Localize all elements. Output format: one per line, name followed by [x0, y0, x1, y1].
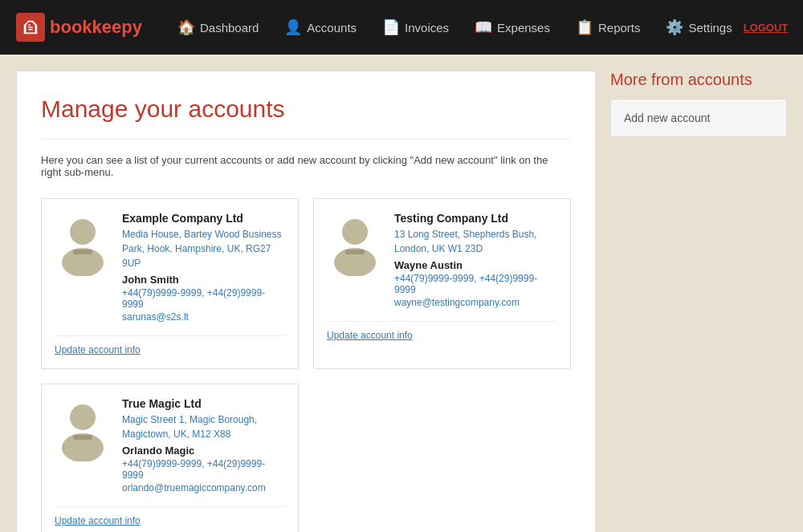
account-card-1: Testing Company Ltd 13 Long Street, Shep… — [313, 198, 571, 369]
contact-phone-2: +44(79)9999-9999, +44(29)9999-9999 — [122, 458, 285, 481]
company-name-0: Example Company Ltd — [122, 212, 285, 225]
account-card-inner-0: Example Company Ltd Media House, Bartey … — [55, 212, 285, 323]
invoices-icon: 📄 — [382, 18, 400, 36]
home-icon: 🏠 — [177, 18, 195, 36]
nav-items: 🏠 Dashboard 👤 Accounts 📄 Invoices 📖 Expe… — [166, 12, 744, 43]
update-link-0[interactable]: Update account info — [55, 335, 285, 355]
expenses-icon: 📖 — [475, 18, 492, 36]
add-account-link[interactable]: Add new account — [624, 112, 710, 124]
avatar-2 — [55, 397, 111, 461]
contact-phone-0: +44(79)9999-9999, +44(29)9999-9999 — [122, 287, 285, 310]
account-card-inner-2: True Magic Ltd Magic Street 1, Magic Bor… — [55, 397, 285, 493]
sidebar: More from accounts Add new account — [610, 71, 787, 532]
nav-invoices[interactable]: 📄 Invoices — [371, 12, 460, 43]
svg-point-0 — [70, 219, 96, 245]
nav-dashboard[interactable]: 🏠 Dashboard — [166, 12, 270, 43]
navbar: bookkeepy 🏠 Dashboard 👤 Accounts 📄 Invoi… — [0, 0, 803, 55]
reports-icon: 📋 — [576, 18, 593, 36]
nav-expenses[interactable]: 📖 Expenses — [463, 12, 561, 43]
contact-name-2: Orlando Magic — [122, 445, 285, 457]
nav-accounts[interactable]: 👤 Accounts — [273, 12, 368, 43]
account-info-1: Testing Company Ltd 13 Long Street, Shep… — [394, 212, 557, 308]
accounts-grid: Example Company Ltd Media House, Bartey … — [41, 198, 571, 532]
page-description: Here you can see a list of your current … — [41, 139, 571, 178]
logo[interactable]: bookkeepy — [16, 13, 142, 42]
page-content: Manage your accounts Here you can see a … — [0, 55, 803, 532]
settings-icon: ⚙️ — [666, 18, 683, 36]
company-name-2: True Magic Ltd — [122, 397, 285, 410]
nav-reports[interactable]: 📋 Reports — [565, 12, 652, 43]
avatar-1 — [327, 212, 383, 276]
main-panel: Manage your accounts Here you can see a … — [16, 71, 596, 532]
svg-point-3 — [342, 219, 368, 245]
logout-link[interactable]: LOGOUT — [744, 22, 789, 34]
account-address-2: Magic Street 1, Magic Borough, Magictown… — [122, 412, 285, 441]
account-info-2: True Magic Ltd Magic Street 1, Magic Bor… — [122, 397, 285, 493]
logo-icon — [16, 13, 45, 42]
svg-rect-5 — [345, 250, 365, 254]
logo-text: bookkeepy — [50, 17, 142, 38]
accounts-icon: 👤 — [284, 18, 302, 36]
sidebar-title: More from accounts — [610, 71, 787, 89]
contact-email-1: wayne@testingcompany.com — [394, 297, 557, 308]
account-card-2: True Magic Ltd Magic Street 1, Magic Bor… — [41, 384, 299, 532]
account-card-0: Example Company Ltd Media House, Bartey … — [41, 198, 299, 369]
account-address-1: 13 Long Street, Shepherds Bush, London, … — [394, 227, 557, 256]
contact-name-1: Wayne Austin — [394, 259, 557, 271]
contact-email-2: orlando@truemagiccompany.com — [122, 482, 285, 493]
svg-rect-8 — [73, 435, 92, 440]
svg-point-6 — [70, 404, 96, 430]
contact-phone-1: +44(79)9999-9999, +44(29)9999-9999 — [394, 273, 557, 295]
contact-email-0: sarunas@s2s.lt — [122, 311, 285, 323]
page-title: Manage your accounts — [41, 95, 571, 123]
account-info-0: Example Company Ltd Media House, Bartey … — [122, 212, 285, 323]
update-link-1[interactable]: Update account info — [327, 321, 557, 341]
sidebar-card: Add new account — [610, 99, 787, 137]
avatar-0 — [55, 212, 111, 276]
company-name-1: Testing Company Ltd — [394, 212, 557, 225]
nav-settings[interactable]: ⚙️ Settings — [654, 12, 743, 43]
contact-name-0: John Smith — [122, 274, 285, 286]
svg-rect-2 — [73, 250, 92, 254]
account-address-0: Media House, Bartey Wood Business Park, … — [122, 227, 285, 270]
update-link-2[interactable]: Update account info — [55, 506, 285, 526]
account-card-inner-1: Testing Company Ltd 13 Long Street, Shep… — [327, 212, 557, 308]
